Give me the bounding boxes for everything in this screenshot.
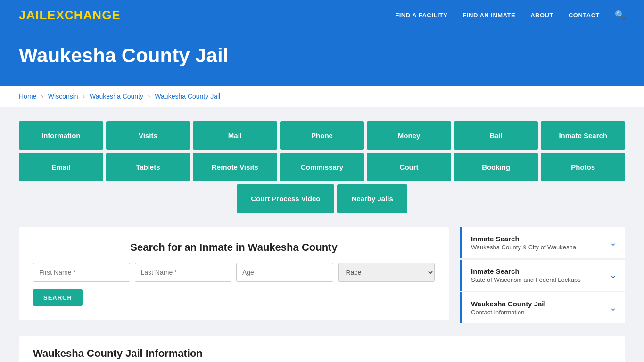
first-name-input[interactable] xyxy=(33,263,130,282)
button-grid-row1: Information Visits Mail Phone Money Bail… xyxy=(19,121,625,150)
last-name-input[interactable] xyxy=(135,263,232,282)
btn-inmate-search[interactable]: Inmate Search xyxy=(541,121,625,150)
breadcrumb-wisconsin[interactable]: Wisconsin xyxy=(48,92,78,100)
search-card: Search for an Inmate in Waukesha County … xyxy=(19,227,449,320)
btn-mail[interactable]: Mail xyxy=(193,121,277,150)
button-grid-row2: Email Tablets Remote Visits Commissary C… xyxy=(19,153,625,181)
sidebar-item-2[interactable]: Inmate Search State of Wisconsin and Fed… xyxy=(460,260,625,291)
age-input[interactable] xyxy=(236,263,333,282)
race-select[interactable]: Race White Black Hispanic Asian Other xyxy=(338,263,435,282)
breadcrumb: Home › Wisconsin › Waukesha County › Wau… xyxy=(0,86,644,107)
search-title: Search for an Inmate in Waukesha County xyxy=(33,241,435,254)
btn-email[interactable]: Email xyxy=(19,153,103,181)
logo[interactable]: JAILEXCHANGE xyxy=(19,8,121,23)
header: JAILEXCHANGE FIND A FACILITY FIND AN INM… xyxy=(0,0,644,30)
sidebar-sub-3: Contact Information xyxy=(471,309,546,316)
btn-nearby-jails[interactable]: Nearby Jails xyxy=(337,184,407,213)
nav-about[interactable]: ABOUT xyxy=(530,12,553,19)
nav-find-inmate[interactable]: FIND AN INMATE xyxy=(462,12,515,19)
logo-jail: JAIL xyxy=(19,8,47,22)
btn-information[interactable]: Information xyxy=(19,121,103,150)
btn-booking[interactable]: Booking xyxy=(454,153,538,181)
btn-visits[interactable]: Visits xyxy=(106,121,190,150)
button-grid-row3: Court Process Video Nearby Jails xyxy=(19,184,625,213)
sidebar: Inmate Search Waukesha County & City of … xyxy=(460,227,625,325)
main-nav: FIND A FACILITY FIND AN INMATE ABOUT CON… xyxy=(395,10,625,20)
btn-remote-visits[interactable]: Remote Visits xyxy=(193,153,277,181)
sidebar-item-1[interactable]: Inmate Search Waukesha County & City of … xyxy=(460,227,625,258)
sidebar-title-2: Inmate Search xyxy=(471,267,581,275)
breadcrumb-sep-3: › xyxy=(148,92,150,100)
search-icon[interactable]: 🔍 xyxy=(615,10,625,20)
search-inputs: Race White Black Hispanic Asian Other xyxy=(33,263,435,282)
nav-find-facility[interactable]: FIND A FACILITY xyxy=(395,12,447,19)
breadcrumb-sep-1: › xyxy=(41,92,43,100)
sidebar-title-1: Inmate Search xyxy=(471,235,576,243)
info-title: Waukesha County Jail Information xyxy=(33,347,611,360)
chevron-icon-1: ⌄ xyxy=(610,238,617,248)
breadcrumb-sep-2: › xyxy=(83,92,85,100)
content-row: Search for an Inmate in Waukesha County … xyxy=(19,227,625,325)
btn-commissary[interactable]: Commissary xyxy=(280,153,364,181)
nav-contact[interactable]: CONTACT xyxy=(569,12,600,19)
search-button[interactable]: SEARCH xyxy=(33,289,83,306)
btn-bail[interactable]: Bail xyxy=(454,121,538,150)
btn-photos[interactable]: Photos xyxy=(541,153,625,181)
chevron-icon-3: ⌄ xyxy=(610,303,617,313)
main-content: Information Visits Mail Phone Money Bail… xyxy=(0,107,644,362)
breadcrumb-county[interactable]: Waukesha County xyxy=(90,92,143,100)
chevron-icon-2: ⌄ xyxy=(610,270,617,280)
btn-phone[interactable]: Phone xyxy=(280,121,364,150)
logo-exchange: EXCHANGE xyxy=(47,8,120,22)
page-title: Waukesha County Jail xyxy=(19,44,625,67)
breadcrumb-jail[interactable]: Waukesha County Jail xyxy=(155,92,220,100)
btn-court-process-video[interactable]: Court Process Video xyxy=(237,184,334,213)
btn-court[interactable]: Court xyxy=(367,153,451,181)
sidebar-title-3: Waukesha County Jail xyxy=(471,300,546,308)
sidebar-sub-1: Waukesha County & City of Waukesha xyxy=(471,244,576,251)
hero-section: Waukesha County Jail xyxy=(0,30,644,86)
breadcrumb-home[interactable]: Home xyxy=(19,92,36,100)
btn-money[interactable]: Money xyxy=(367,121,451,150)
info-section: Waukesha County Jail Information xyxy=(19,336,625,362)
sidebar-item-3[interactable]: Waukesha County Jail Contact Information… xyxy=(460,292,625,323)
sidebar-sub-2: State of Wisconsin and Federal Lockups xyxy=(471,276,581,283)
btn-tablets[interactable]: Tablets xyxy=(106,153,190,181)
